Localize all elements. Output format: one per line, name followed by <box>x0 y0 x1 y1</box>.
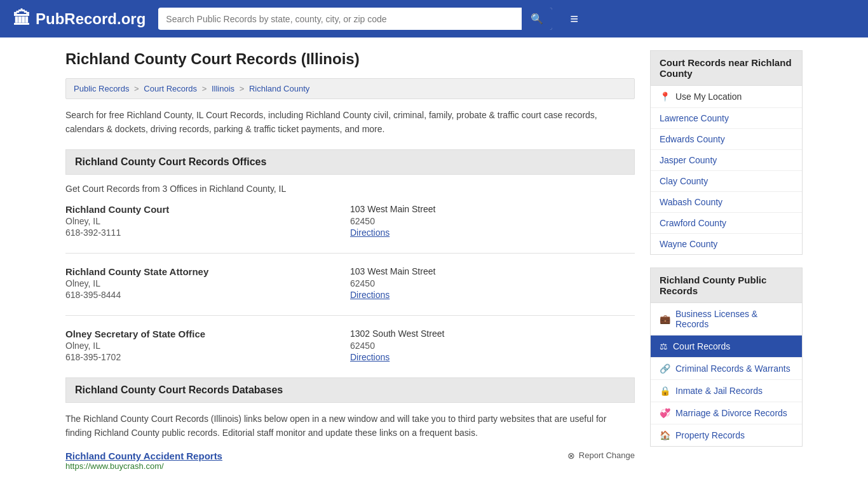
site-header: 🏛 PubRecord.org 🔍 ≡ <box>0 0 868 37</box>
database-entry-url: https://www.buycrash.com/ <box>65 461 222 471</box>
office-phone: 618-392-3111 <box>65 227 350 238</box>
database-entry-title-container: Richland County Accident Reports https:/… <box>65 451 222 471</box>
office-name: Olney Secretary of State Office <box>65 329 350 339</box>
rings-icon: 💞 <box>660 408 670 418</box>
sidebar-item-label: Criminal Records & Warrants <box>675 363 790 374</box>
home-icon: 🏠 <box>660 430 670 440</box>
sidebar-nearby-item[interactable]: Crawford County <box>651 213 802 234</box>
sidebar-item-business-licenses[interactable]: 💼 Business Licenses & Records <box>651 303 802 336</box>
office-entry: Olney Secretary of State Office 1302 Sou… <box>65 329 635 362</box>
sidebar-item-label: Business Licenses & Records <box>675 309 793 329</box>
office-phone: 618-395-1702 <box>65 352 350 362</box>
use-location-label: Use My Location <box>675 92 742 102</box>
databases-description: The Richland County Court Records (Illin… <box>65 412 635 440</box>
sidebar-nearby-title: Court Records near Richland County <box>650 50 803 86</box>
sidebar-nearby-item[interactable]: Edwards County <box>651 129 802 150</box>
office-city: Olney, IL <box>65 341 350 351</box>
office-entry: Richland County State Attorney 103 West … <box>65 266 635 300</box>
sidebar-item-label: Marriage & Divorce Records <box>675 408 787 418</box>
office-street: 103 West Main Street <box>350 204 635 215</box>
offices-section-header: Richland County Court Records Offices <box>65 149 635 175</box>
directions-link[interactable]: Directions <box>350 227 390 238</box>
search-bar: 🔍 <box>158 8 552 30</box>
office-city: Olney, IL <box>65 278 350 288</box>
office-directions: Directions <box>350 290 635 300</box>
office-phone: 618-395-8444 <box>65 290 350 300</box>
report-change-button[interactable]: ⊗ Report Change <box>567 451 635 461</box>
search-input[interactable] <box>158 9 522 29</box>
directions-link[interactable]: Directions <box>350 352 390 362</box>
offices-count-text: Get Court Records from 3 Offices in Rich… <box>65 184 635 194</box>
sidebar-nearby-item[interactable]: Clay County <box>651 171 802 192</box>
page-title: Richland County Court Records (Illinois) <box>65 50 635 68</box>
sidebar-nearby-item[interactable]: Lawrence County <box>651 108 802 129</box>
logo-text: PubRecord.org <box>36 10 146 28</box>
divider <box>65 315 635 316</box>
sidebar-item-label: Court Records <box>673 341 730 351</box>
site-logo[interactable]: 🏛 PubRecord.org <box>13 8 146 29</box>
lock-icon: 🔒 <box>660 386 670 396</box>
office-name: Richland County State Attorney <box>65 266 350 277</box>
sidebar-item-court-records[interactable]: ⚖ Court Records <box>651 336 802 358</box>
office-zip: 62450 <box>350 341 635 351</box>
page-description: Search for free Richland County, IL Cour… <box>65 108 635 137</box>
hamburger-menu[interactable]: ≡ <box>570 11 578 27</box>
sidebar-public-records-title: Richland County Public Records <box>650 268 803 303</box>
breadcrumb-richland-county[interactable]: Richland County <box>249 84 309 93</box>
breadcrumb: Public Records > Court Records > Illinoi… <box>65 78 635 99</box>
breadcrumb-illinois[interactable]: Illinois <box>212 84 234 93</box>
office-entry: Richland County Court 103 West Main Stre… <box>65 204 635 238</box>
breadcrumb-sep1: > <box>134 84 141 93</box>
scales-icon: ⚖ <box>660 341 668 351</box>
office-zip: 62450 <box>350 278 635 288</box>
databases-section-header: Richland County Court Records Databases <box>65 377 635 403</box>
database-entry-title[interactable]: Richland County Accident Reports <box>65 451 222 461</box>
report-change-icon: ⊗ <box>567 451 575 461</box>
sidebar-item-marriage-records[interactable]: 💞 Marriage & Divorce Records <box>651 402 802 424</box>
divider <box>65 253 635 254</box>
report-change-label: Report Change <box>579 451 635 460</box>
office-city: Olney, IL <box>65 216 350 226</box>
sidebar-nearby-list: 📍 Use My Location Lawrence County Edward… <box>650 86 803 255</box>
breadcrumb-sep2: > <box>202 84 209 93</box>
office-directions: Directions <box>350 227 635 238</box>
breadcrumb-public-records[interactable]: Public Records <box>74 84 129 93</box>
briefcase-icon: 💼 <box>660 314 670 324</box>
main-content: Richland County Court Records (Illinois)… <box>65 50 635 473</box>
sidebar-nearby-item[interactable]: Wabash County <box>651 192 802 213</box>
page-container: Richland County Court Records (Illinois)… <box>53 37 815 486</box>
database-entry-row: Richland County Accident Reports https:/… <box>65 451 635 471</box>
sidebar-nearby-item[interactable]: Wayne County <box>651 234 802 254</box>
office-directions: Directions <box>350 352 635 362</box>
office-street: 103 West Main Street <box>350 266 635 277</box>
sidebar: Court Records near Richland County 📍 Use… <box>650 50 803 473</box>
breadcrumb-court-records[interactable]: Court Records <box>144 84 197 93</box>
office-zip: 62450 <box>350 216 635 226</box>
office-street: 1302 South West Street <box>350 329 635 339</box>
link-icon: 🔗 <box>660 363 670 374</box>
location-icon: 📍 <box>660 92 670 102</box>
directions-link[interactable]: Directions <box>350 290 390 300</box>
breadcrumb-sep3: > <box>240 84 247 93</box>
sidebar-use-location[interactable]: 📍 Use My Location <box>651 86 802 108</box>
sidebar-item-label: Property Records <box>675 430 745 440</box>
logo-icon: 🏛 <box>13 8 31 29</box>
office-name: Richland County Court <box>65 204 350 215</box>
sidebar-item-label: Inmate & Jail Records <box>675 386 763 396</box>
sidebar-item-property-records[interactable]: 🏠 Property Records <box>651 424 802 446</box>
sidebar-item-criminal-records[interactable]: 🔗 Criminal Records & Warrants <box>651 358 802 380</box>
search-button[interactable]: 🔍 <box>522 8 552 30</box>
sidebar-nearby-item[interactable]: Jasper County <box>651 150 802 171</box>
sidebar-item-inmate-records[interactable]: 🔒 Inmate & Jail Records <box>651 380 802 402</box>
sidebar-public-records-list: 💼 Business Licenses & Records ⚖ Court Re… <box>650 303 803 447</box>
